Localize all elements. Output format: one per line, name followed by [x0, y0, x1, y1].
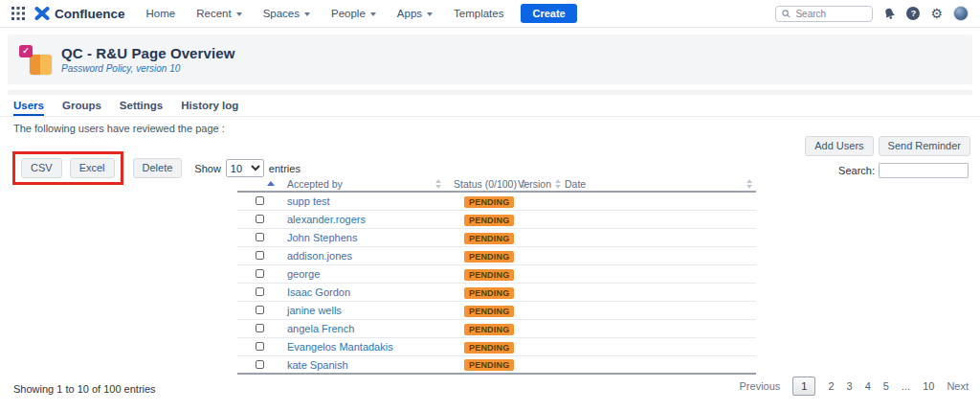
nav-item-people[interactable]: People [331, 8, 376, 19]
row-checkbox[interactable] [256, 251, 264, 260]
status-badge: PENDING [464, 196, 514, 208]
tab-settings[interactable]: Settings [120, 100, 163, 116]
table-row: supp test PENDING [237, 193, 756, 211]
user-link[interactable]: george [287, 268, 320, 280]
page-title: QC - R&U Page Overview [61, 45, 234, 61]
column-header-select[interactable] [237, 181, 282, 186]
pagination-page-5[interactable]: 5 [883, 380, 889, 392]
chevron-down-icon [304, 12, 310, 16]
nav-item-label: Templates [454, 8, 503, 19]
global-search-input[interactable] [795, 9, 862, 19]
confluence-logo-text: Confluence [55, 7, 125, 21]
column-header-status[interactable]: Status (0/100) [445, 178, 512, 190]
nav-item-label: Home [146, 8, 176, 19]
tab-users[interactable]: Users [13, 100, 44, 116]
column-header-version[interactable]: Version [512, 178, 555, 190]
nav-item-recent[interactable]: Recent [196, 8, 241, 19]
pagination-ellipsis: ... [902, 380, 910, 392]
status-badge: PENDING [464, 269, 514, 281]
nav-item-label: Spaces [263, 8, 300, 19]
column-header-accepted-by[interactable]: Accepted by [282, 178, 445, 190]
user-link[interactable]: Evangelos Mantadakis [287, 341, 393, 353]
create-button[interactable]: Create [521, 4, 576, 23]
row-checkbox[interactable] [256, 215, 264, 223]
status-badge: PENDING [464, 233, 514, 244]
user-link[interactable]: angela French [287, 323, 354, 334]
pagination-page-10[interactable]: 10 [923, 380, 934, 392]
status-badge: PENDING [464, 324, 514, 335]
chevron-down-icon [427, 12, 433, 16]
user-link[interactable]: janine wells [287, 305, 342, 316]
row-checkbox[interactable] [256, 196, 264, 205]
table-row: alexander.rogers PENDING [237, 211, 756, 229]
page-header-band: ✓ QC - R&U Page Overview Password Policy… [8, 34, 972, 84]
table-body: supp test PENDING alexander.rogers PENDI… [237, 193, 756, 375]
user-link[interactable]: kate Spanish [287, 359, 348, 371]
nav-item-label: People [331, 8, 366, 19]
row-checkbox[interactable] [256, 287, 264, 296]
page-size-select[interactable]: 10 [226, 159, 264, 177]
red-annotation-box: CSV Excel [12, 151, 123, 185]
user-link[interactable]: Isaac Gordon [287, 286, 350, 298]
row-checkbox[interactable] [256, 324, 264, 332]
sort-ascending-icon [267, 181, 275, 186]
help-icon[interactable]: ? [906, 7, 920, 20]
table-header-row: Accepted by Status (0/100) Version Date [237, 176, 756, 193]
nav-item-spaces[interactable]: Spaces [263, 8, 310, 19]
settings-gear-icon[interactable]: ⚙ [930, 7, 943, 20]
pagination-page-1[interactable]: 1 [792, 377, 815, 396]
user-link[interactable]: addison.jones [287, 250, 352, 262]
page-subtitle[interactable]: Password Policy, version 10 [61, 63, 234, 74]
status-badge: PENDING [464, 287, 514, 299]
send-reminder-button[interactable]: Send Reminder [879, 136, 970, 156]
user-link[interactable]: supp test [287, 195, 330, 207]
pagination-next[interactable]: Next [947, 380, 969, 392]
excel-export-button[interactable]: Excel [70, 158, 115, 178]
nav-item-label: Apps [397, 8, 422, 19]
sort-icon [746, 179, 756, 189]
row-checkbox[interactable] [256, 306, 264, 314]
top-navbar: Confluence Home Recent Spaces People App… [0, 0, 980, 28]
user-link[interactable]: alexander.rogers [287, 214, 366, 225]
add-users-button[interactable]: Add Users [805, 136, 873, 156]
confluence-logo-icon [34, 7, 50, 20]
table-row: Evangelos Mantadakis PENDING [237, 338, 756, 356]
users-table: Accepted by Status (0/100) Version Date … [237, 176, 756, 375]
status-badge: PENDING [464, 251, 514, 263]
page-status-icon: ✓ [19, 45, 52, 75]
search-icon [782, 10, 791, 18]
nav-item-templates[interactable]: Templates [454, 8, 503, 19]
nav-item-apps[interactable]: Apps [397, 8, 433, 19]
pagination-previous[interactable]: Previous [740, 380, 781, 392]
row-checkbox[interactable] [256, 233, 264, 241]
nav-item-home[interactable]: Home [146, 8, 176, 19]
show-label: Show [194, 163, 221, 174]
column-header-date[interactable]: Date [555, 178, 756, 190]
pagination-page-2[interactable]: 2 [828, 380, 834, 392]
global-search[interactable] [775, 6, 873, 22]
user-link[interactable]: John Stephens [287, 232, 357, 243]
csv-export-button[interactable]: CSV [21, 158, 62, 178]
tab-history-log[interactable]: History log [181, 100, 238, 116]
row-checkbox[interactable] [256, 342, 264, 351]
notifications-icon[interactable] [883, 8, 896, 20]
status-badge: PENDING [464, 342, 514, 354]
pagination-page-3[interactable]: 3 [847, 380, 853, 392]
confluence-logo[interactable]: Confluence [34, 7, 125, 21]
sort-icon [435, 179, 445, 189]
table-search-input[interactable] [879, 163, 969, 178]
row-checkbox[interactable] [256, 269, 264, 278]
row-checkbox[interactable] [256, 360, 264, 369]
table-row: addison.jones PENDING [237, 247, 756, 265]
table-search-label: Search: [838, 165, 875, 176]
nav-menu: Home Recent Spaces People Apps Templates [146, 8, 504, 19]
book-icon [30, 55, 52, 75]
showing-entries-text: Showing 1 to 10 of 100 entries [13, 383, 156, 395]
page-description: The following users have reviewed the pa… [13, 123, 225, 134]
pagination-page-4[interactable]: 4 [865, 380, 871, 392]
page-size-control: Show 10 entries [194, 159, 301, 177]
app-switcher-icon[interactable] [11, 7, 25, 20]
tab-groups[interactable]: Groups [62, 100, 101, 116]
user-avatar[interactable] [953, 6, 969, 21]
delete-button[interactable]: Delete [133, 158, 183, 178]
